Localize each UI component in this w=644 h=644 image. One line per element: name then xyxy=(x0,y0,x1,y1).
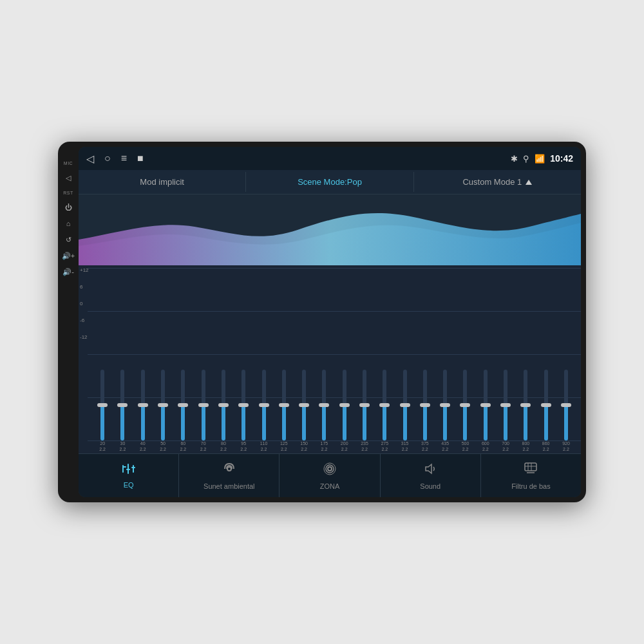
db-scale: +12 6 0 -6 -12 xyxy=(80,268,89,340)
menu-nav-icon[interactable]: ≡ xyxy=(121,153,127,164)
slider-thumb-275hz[interactable] xyxy=(379,403,390,407)
slider-col-150hz[interactable] xyxy=(294,370,314,440)
home-button[interactable]: ⌂ xyxy=(66,220,71,227)
slider-fill-235hz xyxy=(363,405,366,440)
slider-track-70hz xyxy=(202,370,205,440)
device-frame: MIC ◁ RST ⏻ ⌂ ↺ 🔊+ 🔊- ◁ ○ ≡ ■ ✱ ⚲ 📶 10:4… xyxy=(58,142,586,502)
slider-col-275hz[interactable] xyxy=(375,370,394,440)
slider-col-20hz[interactable] xyxy=(93,370,112,440)
slider-col-50hz[interactable] xyxy=(153,370,173,440)
slider-col-920hz[interactable] xyxy=(556,370,576,440)
slider-col-235hz[interactable] xyxy=(355,370,374,440)
slider-fill-60hz xyxy=(181,405,185,440)
slider-col-800hz[interactable] xyxy=(516,370,535,440)
eq-sliders-container: +12 6 0 -6 -12 202.2302.2402.2502.2602.2… xyxy=(79,265,581,453)
back-button[interactable]: ◁ xyxy=(66,175,71,182)
slider-thumb-235hz[interactable] xyxy=(359,403,370,407)
slider-thumb-50hz[interactable] xyxy=(158,403,168,407)
slider-col-60hz[interactable] xyxy=(173,370,193,440)
slider-thumb-40hz[interactable] xyxy=(138,403,148,407)
slider-thumb-175hz[interactable] xyxy=(319,403,329,407)
slider-thumb-860hz[interactable] xyxy=(541,403,551,407)
power-button[interactable]: ⏻ xyxy=(65,204,72,211)
mode-scene[interactable]: Scene Mode:Pop xyxy=(246,172,413,192)
slider-thumb-920hz[interactable] xyxy=(561,403,571,407)
slider-col-70hz[interactable] xyxy=(193,370,213,440)
freq-label-275hz: 2752.2 xyxy=(375,440,394,452)
slider-col-315hz[interactable] xyxy=(395,370,414,440)
freq-label-860hz: 8602.2 xyxy=(536,440,556,452)
slider-col-435hz[interactable] xyxy=(435,370,455,440)
slider-fill-30hz xyxy=(120,405,124,440)
svg-rect-11 xyxy=(525,463,536,471)
slider-track-800hz xyxy=(524,370,527,440)
slider-thumb-375hz[interactable] xyxy=(420,403,430,407)
vol-down-button[interactable]: 🔊- xyxy=(62,269,74,276)
svg-rect-5 xyxy=(131,467,135,468)
recent-nav-icon[interactable]: ■ xyxy=(137,153,144,164)
slider-col-30hz[interactable] xyxy=(113,370,132,440)
slider-thumb-80hz[interactable] xyxy=(218,403,229,407)
bass-icon xyxy=(523,461,538,480)
slider-thumb-150hz[interactable] xyxy=(299,403,309,407)
slider-thumb-200hz[interactable] xyxy=(339,403,350,407)
svg-rect-1 xyxy=(122,466,126,468)
mode-custom[interactable]: Custom Mode 1 xyxy=(414,172,581,192)
slider-col-40hz[interactable] xyxy=(133,370,153,440)
tab-bass[interactable]: Filtru de bas xyxy=(481,454,581,497)
rst-label: RST xyxy=(63,191,73,195)
slider-col-80hz[interactable] xyxy=(214,370,233,440)
freq-labels: 202.2302.2402.2502.2602.2702.2802.2952.2… xyxy=(84,440,576,452)
slider-thumb-20hz[interactable] xyxy=(97,403,108,407)
freq-label-500hz: 5002.2 xyxy=(455,440,475,452)
return-button[interactable]: ↺ xyxy=(66,236,71,243)
slider-col-175hz[interactable] xyxy=(314,370,334,440)
nav-icons: ◁ ○ ≡ ■ xyxy=(86,153,144,165)
slider-col-860hz[interactable] xyxy=(536,370,556,440)
slider-col-375hz[interactable] xyxy=(415,370,435,440)
slider-fill-600hz xyxy=(484,405,488,440)
slider-col-200hz[interactable] xyxy=(335,370,354,440)
slider-col-700hz[interactable] xyxy=(496,370,515,440)
slider-fill-800hz xyxy=(524,405,527,440)
vol-up-button[interactable]: 🔊+ xyxy=(62,252,75,260)
slider-track-235hz xyxy=(363,370,366,440)
slider-col-500hz[interactable] xyxy=(455,370,475,440)
bottom-nav: EQ Sunet ambiental xyxy=(79,453,581,497)
slider-thumb-315hz[interactable] xyxy=(400,403,410,407)
tab-sound[interactable]: Sound xyxy=(381,454,481,497)
sliders-row xyxy=(84,268,576,440)
slider-thumb-500hz[interactable] xyxy=(460,403,470,407)
slider-col-95hz[interactable] xyxy=(234,370,253,440)
mode-implicit[interactable]: Mod implicit xyxy=(79,172,246,192)
svg-point-8 xyxy=(326,465,334,473)
slider-thumb-800hz[interactable] xyxy=(520,403,531,407)
tab-zone[interactable]: ZONA xyxy=(279,454,380,497)
tab-ambient[interactable]: Sunet ambiental xyxy=(179,454,279,497)
home-nav-icon[interactable]: ○ xyxy=(104,153,111,164)
freq-label-150hz: 1502.2 xyxy=(294,440,314,452)
slider-thumb-60hz[interactable] xyxy=(178,403,188,407)
slider-track-860hz xyxy=(544,370,548,440)
slider-thumb-30hz[interactable] xyxy=(117,403,128,407)
freq-label-435hz: 4352.2 xyxy=(435,440,455,452)
back-nav-icon[interactable]: ◁ xyxy=(86,153,94,165)
slider-col-110hz[interactable] xyxy=(254,370,273,440)
slider-col-125hz[interactable] xyxy=(274,370,294,440)
slider-thumb-700hz[interactable] xyxy=(500,403,511,407)
slider-col-600hz[interactable] xyxy=(476,370,495,440)
slider-track-150hz xyxy=(302,370,306,440)
slider-thumb-435hz[interactable] xyxy=(440,403,450,407)
tab-ambient-label: Sunet ambiental xyxy=(204,482,255,490)
slider-thumb-95hz[interactable] xyxy=(238,403,249,407)
freq-label-175hz: 1752.2 xyxy=(314,440,334,452)
freq-label-375hz: 3752.2 xyxy=(415,440,435,452)
db-minus6: -6 xyxy=(80,318,89,323)
mode-bar: Mod implicit Scene Mode:Pop Custom Mode … xyxy=(79,170,581,194)
slider-thumb-600hz[interactable] xyxy=(480,403,491,407)
slider-thumb-110hz[interactable] xyxy=(259,403,269,407)
tab-eq[interactable]: EQ xyxy=(79,454,179,497)
slider-thumb-125hz[interactable] xyxy=(279,403,289,407)
slider-fill-70hz xyxy=(202,405,205,440)
slider-thumb-70hz[interactable] xyxy=(198,403,209,407)
